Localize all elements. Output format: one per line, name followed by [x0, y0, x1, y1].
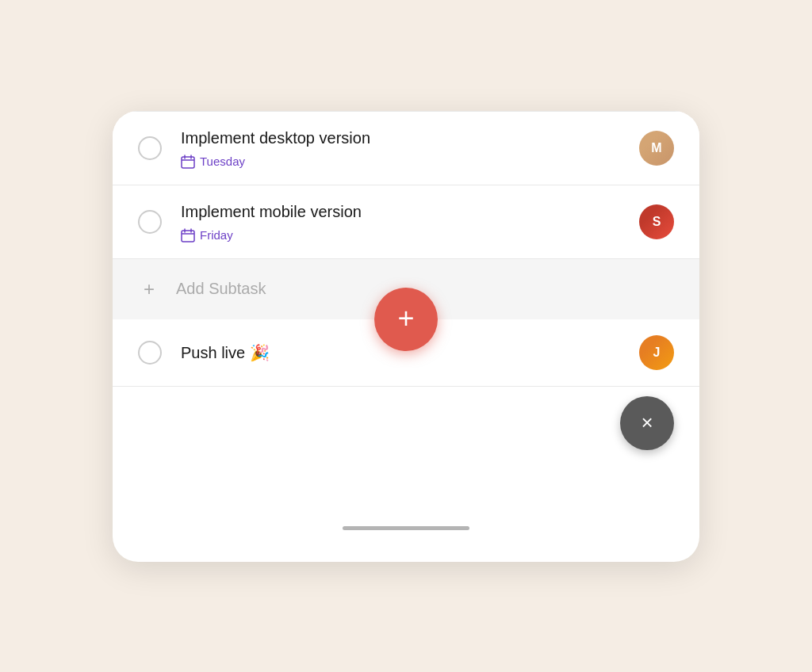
task-content-mobile: Implement mobile version Friday	[181, 201, 626, 242]
add-subtask-label: Add Subtask	[176, 280, 266, 298]
task-list: Implement desktop version Tuesday M	[113, 112, 699, 514]
task-avatar-mobile: S	[639, 204, 674, 239]
task-due-date-mobile: Friday	[181, 228, 626, 242]
push-live-section: + Push live 🎉 J	[113, 319, 699, 387]
fab-plus-icon: +	[397, 304, 414, 333]
fab-add-button[interactable]: +	[374, 288, 438, 351]
home-indicator	[113, 514, 699, 530]
task-due-date-desktop: Tuesday	[181, 155, 626, 169]
svg-rect-0	[182, 157, 194, 168]
task-title-desktop: Implement desktop version	[181, 128, 626, 148]
task-title-mobile: Implement mobile version	[181, 201, 626, 222]
add-subtask-icon: +	[138, 278, 160, 300]
task-checkbox-push-live[interactable]	[138, 341, 162, 365]
task-item-desktop: Implement desktop version Tuesday M	[113, 112, 699, 185]
calendar-icon-mobile	[181, 228, 195, 242]
task-item-mobile: Implement mobile version Friday S	[113, 185, 699, 259]
home-bar	[343, 526, 469, 530]
empty-area: ×	[113, 387, 699, 514]
task-avatar-push-live: J	[639, 335, 674, 370]
add-subtask-button[interactable]: + Add Subtask	[138, 278, 266, 300]
task-avatar-desktop: M	[639, 131, 674, 166]
task-checkbox-mobile[interactable]	[138, 210, 162, 234]
task-content-desktop: Implement desktop version Tuesday	[181, 128, 626, 169]
phone-container: Implement desktop version Tuesday M	[113, 111, 699, 562]
svg-rect-1	[182, 231, 194, 242]
task-checkbox-desktop[interactable]	[138, 136, 162, 160]
close-button[interactable]: ×	[620, 396, 674, 450]
close-icon: ×	[641, 410, 653, 435]
calendar-icon-desktop	[181, 155, 195, 169]
